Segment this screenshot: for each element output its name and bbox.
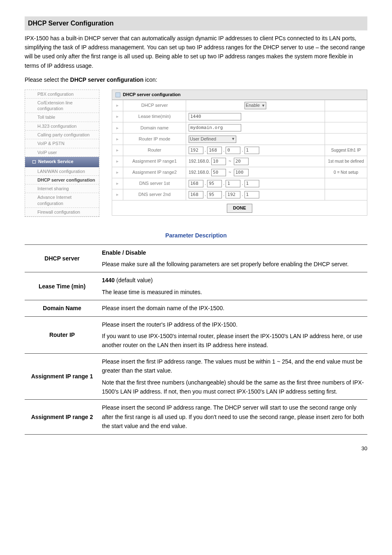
- param-desc: Please insert the router's IP address of…: [99, 316, 367, 353]
- param-after: (default value): [115, 277, 153, 283]
- param-name: Assignment IP range 1: [25, 353, 99, 400]
- square-icon: [32, 160, 36, 164]
- select-pre: Please select the: [25, 76, 70, 83]
- dns2-octet-input[interactable]: 168: [189, 191, 203, 198]
- param-text: If you want to use IPX-1500's internal r…: [102, 332, 365, 350]
- range2-from-input[interactable]: 50: [211, 169, 226, 176]
- param-text: Please insert the first IP address range…: [102, 357, 365, 375]
- sidebar-item[interactable]: Calling party configuration: [25, 131, 99, 139]
- sidebar-item[interactable]: H.323 configuration: [25, 122, 99, 131]
- field-label: Router: [123, 145, 186, 156]
- field-note: 0 = Not setup: [325, 167, 367, 178]
- param-name: Router IP: [25, 316, 99, 353]
- row-arrow-icon: ▸: [112, 156, 123, 167]
- field-label: DHCP server: [123, 100, 186, 111]
- config-title: DHCP server configuration: [112, 90, 367, 100]
- config-panel: DHCP server configuration ▸ DHCP server …: [112, 90, 367, 217]
- param-table-header: Parameter Description: [25, 227, 367, 244]
- sidebar-item-active[interactable]: DHCP server configuration: [25, 176, 99, 184]
- chevron-down-icon: ▼: [231, 136, 235, 142]
- field-note: 1st must be defined: [325, 156, 367, 167]
- param-text: Please insert the router's IP address of…: [102, 320, 365, 329]
- row-arrow-icon: ▸: [112, 134, 123, 145]
- row-arrow-icon: ▸: [112, 111, 123, 122]
- param-desc: Enable / Disable Please make sure all th…: [99, 244, 367, 272]
- select-value: User Defined: [190, 136, 216, 143]
- intro-paragraph: IPX-1500 has a built-in DHCP server that…: [25, 34, 367, 71]
- range-prefix: 192.168.0.: [189, 159, 210, 164]
- dns2-octet-input[interactable]: 95: [207, 191, 222, 198]
- param-name: Assignment IP range 2: [25, 400, 99, 434]
- dns1-octet-input[interactable]: 1: [226, 180, 240, 187]
- chevron-down-icon: ▼: [261, 103, 265, 108]
- row-arrow-icon: ▸: [112, 100, 123, 111]
- sidebar-item[interactable]: Firewall configuration: [25, 208, 99, 216]
- config-title-label: DHCP server configuration: [123, 92, 180, 97]
- sidebar-item[interactable]: Toll table: [25, 113, 99, 122]
- field-label: Assignment IP range2: [123, 167, 186, 178]
- dns1-octet-input[interactable]: 1: [244, 180, 259, 187]
- dns1-octet-input[interactable]: 95: [207, 180, 222, 187]
- sidebar-item[interactable]: LAN/WAN configuration: [25, 167, 99, 176]
- field-label: Assignment IP range1: [123, 156, 186, 167]
- sidebar-section-header[interactable]: Network Service: [25, 157, 99, 167]
- range1-to-input[interactable]: 20: [234, 158, 249, 165]
- param-text: Please insert the domain name of the IPX…: [102, 304, 365, 313]
- sidebar-item[interactable]: Co/Extension line configuration: [25, 99, 99, 113]
- field-label: Router IP mode: [123, 134, 186, 145]
- field-note: Suggest Eth1 IP: [325, 145, 367, 156]
- lease-time-input[interactable]: 1440: [189, 113, 241, 120]
- section-title: DHCP Server Configuration: [25, 16, 367, 30]
- router-octet-input[interactable]: 1: [244, 147, 259, 154]
- sidebar-item[interactable]: Advance Internet configuration: [25, 193, 99, 208]
- field-label: DNS server 1st: [123, 178, 186, 189]
- dhcp-server-select[interactable]: Enable▼: [244, 102, 266, 109]
- param-text: Please insert the second IP address rang…: [102, 403, 365, 431]
- page-number: 30: [25, 444, 367, 453]
- param-text: The lease time is measured in minutes.: [102, 288, 365, 297]
- row-arrow-icon: ▸: [112, 178, 123, 189]
- range1-from-input[interactable]: 10: [211, 158, 226, 165]
- domain-name-input[interactable]: mydomain.org: [189, 124, 241, 131]
- param-desc: Please insert the second IP address rang…: [99, 400, 367, 434]
- row-arrow-icon: ▸: [112, 167, 123, 178]
- parameter-description-table: Parameter Description DHCP server Enable…: [25, 227, 367, 434]
- router-octet-input[interactable]: 192: [189, 147, 203, 154]
- dns1-octet-input[interactable]: 168: [189, 180, 203, 187]
- range-prefix: 192.168.0.: [189, 170, 210, 175]
- sidebar: PBX configuration Co/Extension line conf…: [25, 90, 99, 217]
- row-arrow-icon: ▸: [112, 122, 123, 134]
- dns2-octet-input[interactable]: 192: [226, 191, 240, 198]
- field-label: DNS server 2nd: [123, 189, 186, 200]
- sidebar-item[interactable]: VoIP & PSTN: [25, 139, 99, 148]
- field-label: Domain name: [123, 122, 186, 134]
- sidebar-header-label: Network Service: [38, 159, 74, 164]
- router-mode-select[interactable]: User Defined▼: [189, 136, 236, 143]
- done-button[interactable]: DONE: [227, 204, 252, 213]
- param-bold: 1440: [102, 277, 115, 283]
- select-instruction: Please select the DHCP server configurat…: [25, 75, 367, 84]
- param-name: Domain Name: [25, 300, 99, 316]
- field-label: Lease time(min): [123, 111, 186, 122]
- sidebar-item[interactable]: Internet sharing: [25, 184, 99, 193]
- panel-icon: [115, 92, 120, 97]
- select-post: icon:: [143, 76, 157, 83]
- row-arrow-icon: ▸: [112, 145, 123, 156]
- dns2-octet-input[interactable]: 1: [244, 191, 259, 198]
- param-text: Please make sure all the following param…: [102, 260, 365, 269]
- range2-to-input[interactable]: 100: [234, 169, 249, 176]
- param-desc: Please insert the first IP address range…: [99, 353, 367, 400]
- select-bold: DHCP server configuration: [70, 76, 144, 83]
- select-value: Enable: [246, 102, 260, 109]
- param-name: DHCP server: [25, 244, 99, 272]
- row-arrow-icon: ▸: [112, 189, 123, 200]
- param-desc: 1440 (default value) The lease time is m…: [99, 272, 367, 300]
- sidebar-item[interactable]: VoIP user: [25, 148, 99, 157]
- param-text: Note that the first three numbers (uncha…: [102, 378, 365, 396]
- param-name: Lease Time (min): [25, 272, 99, 300]
- param-bold: Enable / Disable: [102, 249, 146, 256]
- router-octet-input[interactable]: 0: [226, 147, 240, 154]
- router-octet-input[interactable]: 168: [207, 147, 222, 154]
- param-desc: Please insert the domain name of the IPX…: [99, 300, 367, 316]
- sidebar-item[interactable]: PBX configuration: [25, 90, 99, 99]
